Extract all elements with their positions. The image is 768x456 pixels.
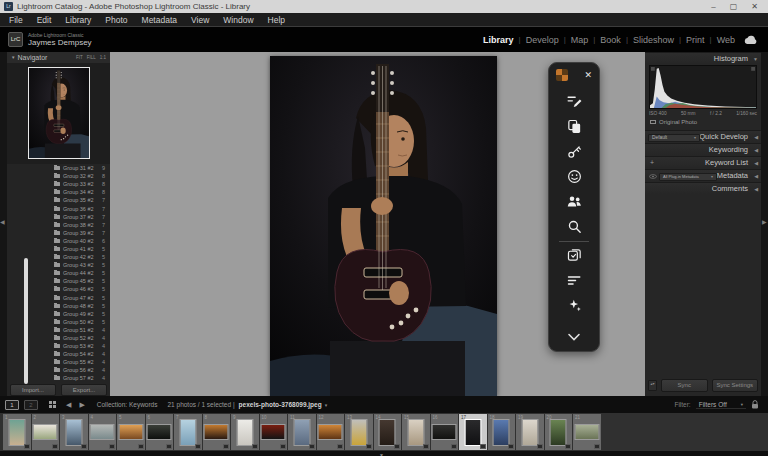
folder-row[interactable]: Group 39 #27 (7, 229, 110, 237)
folder-row[interactable]: Group 51 #24 (7, 326, 110, 334)
main-window-button[interactable]: 1 (5, 400, 19, 410)
main-photo[interactable] (270, 56, 497, 396)
thumbnail-12[interactable]: 12 (317, 414, 345, 450)
thumbnail-18[interactable]: 18 (488, 414, 516, 450)
comments-header[interactable]: Comments ◀ (645, 182, 761, 194)
left-panel-collapse[interactable]: ◀ (0, 52, 7, 396)
thumbnail-7[interactable]: 7 (174, 414, 202, 450)
menu-photo[interactable]: Photo (98, 13, 134, 27)
key-icon[interactable] (562, 140, 586, 162)
folder-row[interactable]: Group 33 #28 (7, 180, 110, 188)
keyword-list-header[interactable]: + Keyword List ◀ (645, 156, 761, 168)
folder-row[interactable]: Group 41 #25 (7, 245, 110, 253)
sync-settings-button[interactable]: Sync Settings (712, 379, 759, 392)
menu-view[interactable]: View (184, 13, 216, 27)
folder-row[interactable]: Group 47 #25 (7, 294, 110, 302)
second-window-button[interactable]: 2 (24, 400, 38, 410)
folder-row[interactable]: Group 54 #24 (7, 350, 110, 358)
thumbnail-16[interactable]: 16 (431, 414, 459, 450)
menu-edit[interactable]: Edit (30, 13, 59, 27)
module-develop[interactable]: Develop (526, 35, 559, 45)
thumbnail-20[interactable]: 20 (545, 414, 573, 450)
search-icon[interactable] (562, 215, 586, 237)
minimize-icon[interactable]: – (711, 0, 715, 13)
back-arrow-icon[interactable]: ◀ (66, 401, 71, 409)
metadata-header[interactable]: All Plug-in Metadata ▾ Metadata ◀ (645, 169, 761, 181)
folder-row[interactable]: Group 32 #28 (7, 172, 110, 180)
folder-row[interactable]: Group 37 #27 (7, 213, 110, 221)
folder-row[interactable]: Group 49 #25 (7, 310, 110, 318)
thumbnail-17[interactable]: 17 (459, 414, 487, 450)
folder-row[interactable]: Group 31 #29 (7, 164, 110, 172)
thumbnail-21[interactable]: 21 (573, 414, 601, 450)
navigator-preview[interactable] (28, 67, 90, 159)
people-icon[interactable] (562, 190, 586, 212)
folder-row[interactable]: Group 40 #26 (7, 237, 110, 245)
folder-row[interactable]: Group 34 #28 (7, 188, 110, 196)
sync-toggle[interactable]: ▴▾ (648, 380, 657, 391)
histogram-header[interactable]: Histogram ▼ (645, 52, 761, 64)
selected-filename[interactable]: pexels-photo-3768099.jpeg (239, 401, 322, 408)
cloud-sync-icon[interactable] (743, 35, 758, 45)
sparkle-icon[interactable] (562, 295, 586, 317)
saved-preset-dropdown[interactable]: Default ▾ (648, 134, 700, 142)
folder-row[interactable]: Group 48 #25 (7, 302, 110, 310)
folder-row[interactable]: Group 45 #25 (7, 277, 110, 285)
thumbnail-2[interactable]: 2 (32, 414, 60, 450)
folder-row[interactable]: Group 42 #25 (7, 253, 110, 261)
thumbnail-14[interactable]: 14 (374, 414, 402, 450)
folder-row[interactable]: Group 46 #25 (7, 285, 110, 293)
chevron-down-icon[interactable] (567, 324, 581, 351)
zoom-fit[interactable]: FIT (76, 55, 83, 60)
filter-dropdown[interactable]: Filters Off ▾ (696, 401, 746, 409)
thumbnail-8[interactable]: 8 (203, 414, 231, 450)
folder-row[interactable]: Group 55 #24 (7, 358, 110, 366)
right-panel-collapse[interactable]: ▶ (761, 52, 768, 396)
module-map[interactable]: Map (571, 35, 589, 45)
thumbnail-6[interactable]: 6 (146, 414, 174, 450)
filmstrip-breadcrumb[interactable]: Collection: Keywords (97, 401, 158, 408)
thumbnail-15[interactable]: 15 (402, 414, 430, 450)
folder-row[interactable]: Group 36 #27 (7, 204, 110, 212)
menu-window[interactable]: Window (216, 13, 260, 27)
module-slideshow[interactable]: Slideshow (633, 35, 674, 45)
folder-row[interactable]: Group 43 #25 (7, 261, 110, 269)
align-lines-icon[interactable] (562, 270, 586, 292)
zoom-ratio[interactable]: 1:1 (100, 55, 106, 60)
folder-row[interactable]: Group 53 #24 (7, 342, 110, 350)
close-icon[interactable]: ✕ (751, 0, 758, 13)
keywording-header[interactable]: Keywording ◀ (645, 143, 761, 155)
folder-row[interactable]: Group 44 #25 (7, 269, 110, 277)
thumbnail-5[interactable]: 5 (117, 414, 145, 450)
menu-help[interactable]: Help (261, 13, 292, 27)
add-keyword-icon[interactable]: + (650, 159, 654, 166)
folder-row[interactable]: Group 50 #25 (7, 318, 110, 326)
zoom-fill[interactable]: FILL (87, 55, 96, 60)
menu-library[interactable]: Library (58, 13, 98, 27)
thumbnail-4[interactable]: 4 (89, 414, 117, 450)
close-icon[interactable]: ✕ (584, 70, 592, 80)
thumbnail-9[interactable]: 9 (231, 414, 259, 450)
maximize-icon[interactable]: ▢ (730, 0, 738, 13)
widget-app-icon[interactable] (556, 69, 568, 81)
thumbnail-13[interactable]: 13 (345, 414, 373, 450)
metadata-preset-dropdown[interactable]: All Plug-in Metadata ▾ (659, 173, 717, 181)
emoji-icon[interactable] (562, 165, 586, 187)
thumbnail-3[interactable]: 3 (60, 414, 88, 450)
filmstrip-scroll-nub[interactable]: ▼ (379, 452, 384, 456)
module-book[interactable]: Book (600, 35, 621, 45)
thumbnail-19[interactable]: 19 (516, 414, 544, 450)
module-library[interactable]: Library (483, 35, 514, 45)
menu-metadata[interactable]: Metadata (135, 13, 184, 27)
import-button[interactable]: Import... (10, 384, 56, 396)
screenshot-icon[interactable] (562, 245, 586, 267)
folders-scrollbar[interactable] (24, 258, 28, 384)
menu-file[interactable]: File (2, 13, 30, 27)
thumbnail-10[interactable]: 10 (260, 414, 288, 450)
forward-arrow-icon[interactable]: ▶ (79, 401, 84, 409)
folder-row[interactable]: Group 57 #24 (7, 374, 110, 382)
folder-row[interactable]: Group 56 #24 (7, 366, 110, 374)
sync-button[interactable]: Sync (661, 379, 708, 392)
navigator-header[interactable]: ▼ Navigator FIT FILL 1:1 (7, 52, 110, 63)
module-web[interactable]: Web (717, 35, 735, 45)
